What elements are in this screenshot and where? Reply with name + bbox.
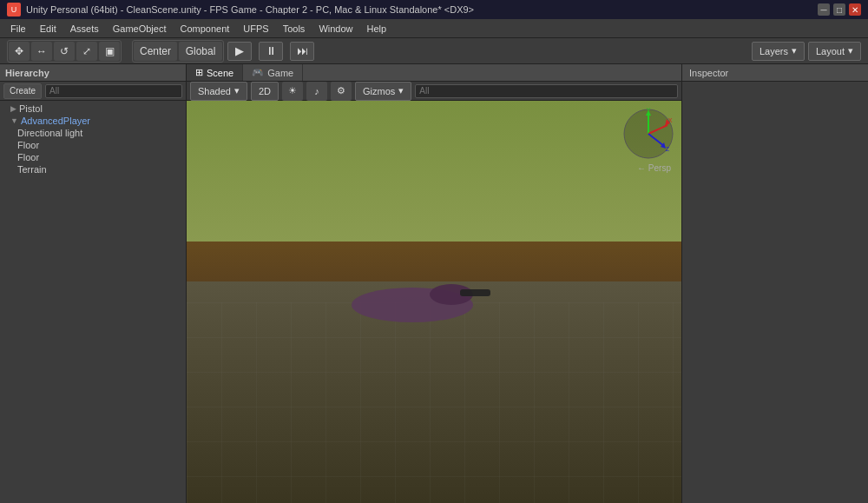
menu-bar: File Edit Assets GameObject Component UF…: [0, 19, 868, 38]
center-panel: ⊞ Scene 🎮 Game Shaded▾ 2D ☀ ♪ ⚙ Gizmos▾: [187, 64, 681, 503]
hierarchy-create-button[interactable]: Create: [3, 83, 42, 99]
game-tab[interactable]: 🎮 Game: [243, 64, 303, 81]
hierarchy-item-floor2[interactable]: Floor: [0, 151, 186, 163]
hierarchy-item-floor1[interactable]: Floor: [0, 139, 186, 151]
layers-dropdown[interactable]: Layers ▾: [752, 42, 805, 61]
title-bar: U Unity Personal (64bit) - CleanScene.un…: [0, 0, 868, 19]
pivot-tools: Center Global: [132, 40, 224, 63]
view-tabs: ⊞ Scene 🎮 Game: [187, 64, 681, 82]
arrow-icon: ▼: [10, 116, 18, 125]
maximize-button[interactable]: □: [833, 3, 845, 16]
inspector-header: Inspector: [682, 64, 868, 82]
play-button[interactable]: ▶: [227, 42, 252, 61]
hierarchy-item-label: Directional light: [17, 128, 82, 138]
hierarchy-panel: Hierarchy Create ▶ Pistol ▼ AdvancedPlay…: [0, 64, 187, 503]
menu-ufps[interactable]: UFPS: [236, 22, 275, 36]
menu-help[interactable]: Help: [360, 22, 394, 36]
transform-tools: ✥ ↔ ↺ ⤢ ▣: [7, 40, 122, 63]
close-button[interactable]: ✕: [849, 3, 861, 16]
hierarchy-toolbar: Create: [0, 82, 186, 101]
menu-window[interactable]: Window: [312, 22, 359, 36]
minimize-button[interactable]: ─: [818, 3, 830, 16]
hierarchy-item-label: Floor: [17, 152, 39, 162]
hierarchy-item-dirlight[interactable]: Directional light: [0, 127, 186, 139]
hierarchy-tab[interactable]: Hierarchy: [5, 68, 49, 78]
svg-rect-0: [187, 302, 681, 504]
playback-controls: ▶ ⏸ ⏭: [227, 42, 314, 61]
audio-button[interactable]: ♪: [306, 82, 327, 101]
svg-rect-3: [460, 289, 490, 296]
svg-text:X: X: [668, 117, 673, 123]
gizmos-dropdown[interactable]: Gizmos▾: [355, 82, 411, 101]
hierarchy-item-label: AdvancedPlayer: [21, 116, 90, 126]
hierarchy-content: ▶ Pistol ▼ AdvancedPlayer Directional li…: [0, 101, 186, 503]
app-icon: U: [7, 3, 21, 17]
center-button[interactable]: Center: [134, 42, 177, 61]
pause-button[interactable]: ⏸: [259, 42, 283, 61]
layout-dropdown[interactable]: Layout ▾: [808, 42, 861, 61]
svg-text:Y: Y: [647, 108, 651, 113]
global-button[interactable]: Global: [179, 42, 222, 61]
menu-edit[interactable]: Edit: [33, 22, 63, 36]
menu-gameobject[interactable]: GameObject: [106, 22, 174, 36]
svg-text:Z: Z: [666, 146, 670, 152]
hierarchy-header: Hierarchy: [0, 64, 186, 82]
inspector-panel: Inspector: [681, 64, 868, 503]
scene-toolbar: Shaded▾ 2D ☀ ♪ ⚙ Gizmos▾: [187, 82, 681, 101]
main-layout: Hierarchy Create ▶ Pistol ▼ AdvancedPlay…: [0, 64, 868, 503]
toolbar: ✥ ↔ ↺ ⤢ ▣ Center Global ▶ ⏸ ⏭ Layers ▾ L…: [0, 38, 868, 64]
rotate-tool[interactable]: ↺: [54, 42, 75, 61]
lighting-button[interactable]: ☀: [282, 82, 303, 101]
hierarchy-item-label: Terrain: [17, 164, 47, 175]
rect-tool[interactable]: ▣: [99, 42, 120, 61]
scale-tool[interactable]: ⤢: [76, 42, 97, 61]
inspector-title: Inspector: [689, 68, 728, 78]
hierarchy-item-advancedplayer[interactable]: ▼ AdvancedPlayer: [0, 115, 186, 127]
window-title: Unity Personal (64bit) - CleanScene.unit…: [26, 4, 474, 15]
hand-tool[interactable]: ✥: [9, 42, 30, 61]
persp-label: ← Persp: [637, 163, 671, 173]
hierarchy-item-pistol[interactable]: ▶ Pistol: [0, 103, 186, 115]
move-tool[interactable]: ↔: [31, 42, 52, 61]
menu-component[interactable]: Component: [173, 22, 236, 36]
scene-search[interactable]: [415, 84, 678, 98]
character-silhouette: [326, 261, 499, 331]
hierarchy-item-label: Floor: [17, 140, 39, 150]
shaded-dropdown[interactable]: Shaded▾: [190, 82, 247, 101]
right-toolbar: Layers ▾ Layout ▾: [752, 42, 861, 61]
menu-assets[interactable]: Assets: [63, 22, 106, 36]
2d-button[interactable]: 2D: [251, 82, 279, 101]
step-button[interactable]: ⏭: [290, 42, 314, 61]
hierarchy-search[interactable]: [45, 84, 182, 98]
scene-gizmo: Y X Z: [622, 108, 674, 160]
scene-viewport[interactable]: Y X Z ← Persp: [187, 101, 681, 503]
arrow-icon: ▶: [10, 104, 16, 113]
hierarchy-item-label: Pistol: [19, 103, 43, 114]
menu-file[interactable]: File: [3, 22, 33, 36]
menu-tools[interactable]: Tools: [276, 22, 312, 36]
effects-button[interactable]: ⚙: [331, 82, 352, 101]
hierarchy-item-terrain[interactable]: Terrain: [0, 163, 186, 175]
scene-tab[interactable]: ⊞ Scene: [187, 64, 243, 81]
grid-lines: [187, 302, 681, 504]
